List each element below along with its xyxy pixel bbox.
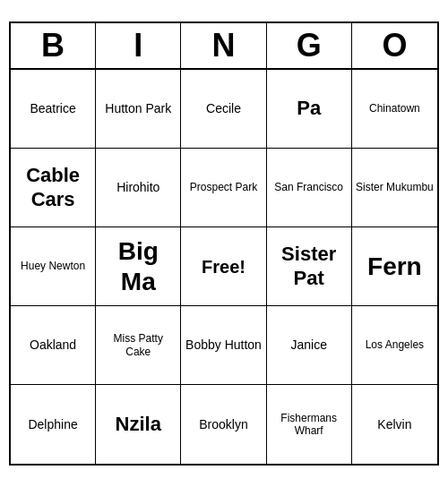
- bingo-cell: Delphine: [11, 385, 96, 464]
- bingo-cell: Cecile: [181, 70, 266, 149]
- header-letter: I: [96, 23, 181, 68]
- bingo-cell: Big Ma: [96, 227, 181, 306]
- bingo-cell: Pa: [267, 70, 352, 149]
- header-letter: G: [267, 23, 352, 68]
- bingo-cell: Los Angeles: [352, 306, 437, 385]
- bingo-cell: Sister Mukumbu: [352, 149, 437, 227]
- bingo-cell: Kelvin: [352, 385, 437, 464]
- bingo-cell: Sister Pat: [267, 227, 352, 306]
- bingo-cell: Beatrice: [11, 70, 96, 149]
- bingo-cell: Cable Cars: [11, 149, 96, 227]
- bingo-cell: Janice: [267, 306, 352, 385]
- header-letter: B: [11, 23, 96, 68]
- header-letter: O: [352, 23, 437, 68]
- bingo-cell: Miss Patty Cake: [96, 306, 181, 385]
- bingo-cell: Oakland: [11, 306, 96, 385]
- bingo-cell: Hirohito: [96, 149, 181, 227]
- bingo-cell: Fern: [352, 227, 437, 306]
- bingo-cell: Fishermans Wharf: [267, 385, 352, 464]
- bingo-cell: Nzila: [96, 385, 181, 464]
- bingo-cell: Bobby Hutton: [181, 306, 266, 385]
- bingo-cell: Chinatown: [352, 70, 437, 149]
- bingo-cell: Hutton Park: [96, 70, 181, 149]
- bingo-header: BINGO: [11, 23, 437, 70]
- bingo-cell: Brooklyn: [181, 385, 266, 464]
- bingo-cell: Huey Newton: [11, 227, 96, 306]
- header-letter: N: [181, 23, 266, 68]
- bingo-cell: Free!: [181, 227, 266, 306]
- bingo-cell: Prospect Park: [181, 149, 266, 227]
- bingo-grid: BeatriceHutton ParkCecilePaChinatownCabl…: [11, 70, 437, 464]
- bingo-card: BINGO BeatriceHutton ParkCecilePaChinato…: [9, 21, 439, 466]
- bingo-cell: San Francisco: [267, 149, 352, 227]
